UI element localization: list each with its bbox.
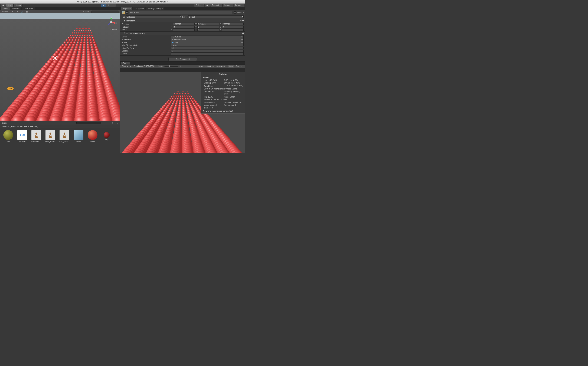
tab-animator[interactable]: Animator — [10, 7, 21, 10]
nbre-inst-field[interactable] — [171, 44, 244, 46]
layers-dropdown[interactable]: Layers — [222, 4, 233, 7]
svg-point-424 — [178, 90, 179, 90]
gpui-header[interactable]: ▼C#✓GPUI Test (Script)? ⚙ — [120, 32, 245, 35]
game-view[interactable]: Statistics Audio: Level: -75.2 dB DSP lo… — [120, 72, 245, 152]
scl-y[interactable] — [197, 29, 219, 31]
gear-icon[interactable]: ⚙ — [242, 32, 244, 34]
scl-z[interactable] — [222, 29, 244, 31]
gameobject-name-field[interactable] — [129, 11, 233, 14]
svg-point-57 — [86, 35, 88, 37]
decal-z-field[interactable] — [171, 52, 244, 55]
asset-item[interactable]: unity — [101, 130, 112, 151]
tab-inspector[interactable]: Inspector — [121, 7, 132, 10]
rot-z[interactable] — [222, 26, 244, 28]
create-dropdown[interactable]: Create — [1, 122, 8, 124]
asset-item[interactable]: floor — [3, 130, 14, 151]
tab-game[interactable]: Game — [121, 62, 130, 65]
add-component-button[interactable]: Add Component — [169, 57, 197, 61]
perspective-label[interactable]: ◁ Persp — [110, 28, 117, 30]
resolution-dropdown[interactable]: Standalone (1024x768) ▾ — [133, 65, 156, 68]
mode-2d-toggle[interactable]: 2D — [11, 11, 15, 13]
tab-asset-store[interactable]: Asset Store — [22, 7, 35, 10]
gizmos-dropdown[interactable]: Gizmos — [82, 11, 90, 13]
tab-scene[interactable]: Scene — [1, 7, 10, 10]
svg-point-9 — [88, 24, 88, 24]
static-checkbox[interactable] — [234, 11, 236, 14]
svg-point-481 — [190, 98, 192, 100]
layer-dropdown[interactable]: Default — [188, 15, 244, 18]
svg-point-13 — [82, 26, 82, 27]
svg-point-23 — [81, 28, 81, 29]
mute-toggle[interactable]: Mute Audio — [216, 65, 227, 68]
scene-search[interactable] — [91, 11, 119, 13]
svg-point-472 — [191, 96, 192, 98]
pivot-toggle[interactable]: Pivot — [6, 4, 14, 7]
help-icon[interactable]: ? — [240, 32, 242, 34]
gpui-test-component: ▼C#✓GPUI Test (Script)? ⚙ Script▫GPUITes… — [120, 32, 245, 55]
lighting-icon[interactable]: ☀ — [16, 11, 20, 13]
game-gizmos-dropdown[interactable]: Gizmos ▾ — [235, 65, 244, 68]
scale-slider[interactable] — [164, 66, 178, 67]
svg-point-7 — [86, 24, 87, 24]
asset-item[interactable]: PrefabAnimat... — [31, 130, 42, 151]
audio-icon[interactable]: 🔊 — [20, 11, 24, 13]
help-icon[interactable]: ? — [240, 20, 242, 22]
svg-point-4 — [84, 24, 84, 24]
favorite-icon[interactable]: ★ — [115, 122, 119, 124]
window-titlebar: Unity 2018.1.0f2 (64bit) - SampleScene.u… — [0, 0, 245, 4]
play-button[interactable] — [101, 4, 106, 7]
fx-icon[interactable]: ▤ — [25, 11, 29, 13]
step-button[interactable] — [111, 4, 116, 7]
active-checkbox[interactable]: ✓ — [126, 11, 128, 14]
pos-y[interactable] — [197, 23, 219, 25]
nbre-row-field[interactable] — [171, 47, 244, 49]
collab-dropdown[interactable]: Collab — [194, 4, 205, 7]
svg-point-63 — [76, 37, 78, 39]
svg-point-438 — [182, 92, 183, 92]
inspector-panel: ✓ Static ▾ Tag Untagged Layer Default ▼T… — [120, 10, 245, 61]
maximize-toggle[interactable]: Maximize On Play — [198, 65, 215, 68]
svg-point-466 — [178, 96, 179, 98]
tab-package-manager[interactable]: Package Manage — [146, 7, 164, 10]
svg-point-40 — [72, 32, 74, 34]
tag-dropdown[interactable]: Untagged — [126, 15, 181, 18]
pause-button[interactable] — [106, 4, 111, 7]
gear-icon[interactable]: ⚙ — [242, 20, 244, 22]
svg-point-429 — [183, 90, 183, 90]
scl-x[interactable] — [173, 29, 195, 31]
project-breadcrumb[interactable]: Assets▸_EventOrizon▸GPUInstancing — [0, 125, 120, 128]
asset-item[interactable]: char_astrell... — [59, 130, 70, 151]
decal-x-field[interactable] — [171, 50, 244, 52]
pos-x[interactable] — [173, 23, 195, 25]
rot-x[interactable] — [173, 26, 195, 28]
cloud-button[interactable] — [205, 4, 210, 7]
scene-view[interactable]: Start y x z ◁ Persp — [0, 13, 120, 121]
svg-point-442 — [187, 92, 188, 92]
tab-navigation[interactable]: Navigation — [133, 7, 145, 10]
prefab-field[interactable]: ▣unity — [171, 41, 244, 44]
transform-header[interactable]: ▼Transform? ⚙ — [120, 19, 245, 22]
rot-y[interactable] — [197, 26, 219, 28]
hand-tool[interactable] — [1, 4, 6, 7]
component-enabled-checkbox[interactable]: ✓ — [126, 32, 128, 34]
svg-point-443 — [174, 93, 175, 94]
decal-z-label: Decal Z — [122, 53, 171, 55]
orientation-gizmo[interactable]: y x z — [106, 17, 117, 27]
asset-item[interactable]: C#GPUITest — [17, 130, 28, 151]
account-dropdown[interactable]: Account — [210, 4, 222, 7]
shading-dropdown[interactable]: Shaded — [1, 11, 9, 13]
layout-dropdown[interactable]: Layout — [234, 4, 244, 7]
display-dropdown[interactable]: Display 1 ▾ — [121, 65, 132, 68]
svg-point-51 — [72, 35, 74, 37]
global-toggle[interactable]: Global — [14, 4, 23, 7]
svg-point-16 — [85, 26, 86, 27]
project-search[interactable] — [76, 122, 101, 124]
asset-item[interactable]: sphere — [73, 130, 84, 151]
filter-icon[interactable]: ⚙ — [110, 122, 114, 124]
asset-item[interactable]: sphere — [87, 130, 98, 151]
asset-item[interactable]: char_astrella — [45, 130, 56, 151]
start-point-field[interactable]: Start (Transform) — [171, 38, 244, 41]
svg-point-479 — [184, 98, 186, 100]
stats-toggle[interactable]: Stats — [228, 65, 234, 68]
pos-z[interactable] — [222, 23, 244, 25]
